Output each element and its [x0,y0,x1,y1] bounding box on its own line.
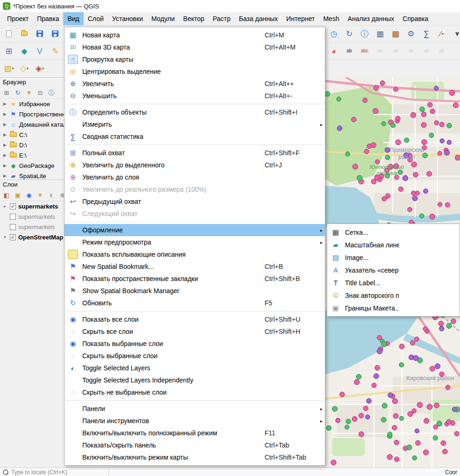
select-features-icon[interactable]: ▧▾ [2,61,16,75]
menu-item-toggle-fullscreen[interactable]: Включить/выключить полноэкранный режимF1… [65,427,325,439]
field-calculator-icon[interactable]: ▩ [388,27,402,41]
rotate-label-icon[interactable]: ab [419,44,433,58]
processing-toolbox-icon[interactable]: ⚙ [404,27,418,41]
layer-visibility-checkbox[interactable] [10,224,16,230]
menu-item-hide-all-layers[interactable]: ◌Скрыть все слоиCtrl+Shift+H [65,325,325,338]
menu-item-new-map[interactable]: ▦Новая картаCtrl+M [65,29,325,41]
expander-icon[interactable]: ▶ [2,132,7,137]
select-by-value-icon[interactable]: ◇▾ [17,61,31,75]
submenu-item-grid[interactable]: ▦Сетка... [327,226,460,238]
expander-icon[interactable]: ▶ [2,101,7,106]
menubar-item-processing[interactable]: Анализ данных [344,12,399,25]
layer-labeling-options-icon[interactable]: ◕ [327,44,341,58]
open-project-icon[interactable] [17,27,31,41]
open-layer-styling-icon[interactable]: ◧ [2,190,11,200]
menu-item-zoom-in[interactable]: ⊕УвеличитьCtrl+Alt++ [65,78,325,90]
menu-item-toggle-selected-layers[interactable]: ◐Toggle Selected Layers [65,362,325,374]
browser-collapse-icon[interactable]: ⊟ [36,88,45,97]
statistical-summary-icon[interactable]: ∑ [419,27,433,41]
expander-icon[interactable]: ▶ [2,122,7,127]
toolbar-overflow-icon[interactable]: ▾ [450,27,460,41]
menu-item-hide-selected-layers[interactable]: ◌Скрыть выбранные слои [65,350,325,362]
submenu-item-north-arrow[interactable]: AУказатель «север-юг»... [327,264,460,276]
menu-item-zoom-to-layer[interactable]: ⊕Увеличить до слоя [65,171,325,183]
expander-icon[interactable]: ▶ [2,112,7,116]
menu-item-zoom-full[interactable]: ⊞Полный охватCtrl+Shift+F [65,147,325,159]
expander-icon[interactable]: ▶ [2,173,7,178]
menu-item-show-selected-layers[interactable]: ◉Показать выбранные слои [65,338,325,350]
menu-item-panels[interactable]: Панели▸ [65,403,325,415]
menu-item-pan-map[interactable]: ☝Прокрутка карты [65,53,325,65]
temporal-controller-icon[interactable]: ◷ [327,27,341,41]
move-label-icon[interactable]: ab [404,44,418,58]
submenu-item-copyright[interactable]: ©Знак авторского права... [327,289,460,302]
browser-refresh-icon[interactable]: ↻ [13,88,22,97]
menu-item-decorations[interactable]: Оформление▸ [65,224,325,236]
submenu-item-layout-extents[interactable]: ▣Границы Макета... [327,302,460,314]
menu-item-new-3d-map[interactable]: 3DНовая 3D картаCtrl+Alt+M [65,41,325,53]
menubar-item-view[interactable]: Вид [63,12,83,25]
filter-expression-icon[interactable]: ε [47,190,56,200]
new-virtual-layer-icon[interactable]: ✎ [48,44,62,58]
submenu-item-image[interactable]: ▨Image... [327,251,460,264]
measure-icon[interactable]: ∕▾ [435,27,449,41]
menu-item-zoom-to-selection[interactable]: ⊕Увеличить до выделенногоCtrl+J [65,159,325,171]
refresh-map-icon[interactable]: ↻ [342,27,356,41]
expander-icon[interactable]: ▶ [2,163,7,168]
browser-properties-icon[interactable]: ⓘ [47,88,56,97]
menubar-item-raster[interactable]: Растр [208,12,235,25]
identify-features-icon[interactable]: ⓘ [358,27,372,41]
menu-item-bookmark-manager[interactable]: ⚑Show Spatial Bookmark Manager [65,285,325,297]
menu-item-toolbars[interactable]: Панели инструментов▸ [65,415,325,427]
menu-item-show-all-layers[interactable]: ◉Показать все слоиCtrl+Shift+U [65,313,325,325]
new-geopackage-layer-icon[interactable]: ◆ [17,44,31,58]
menu-item-toggle-selected-layers-independently[interactable]: Toggle Selected Layers Independently [65,374,325,386]
label-abc-red-icon[interactable]: abc [358,44,372,58]
save-project-icon[interactable] [33,27,47,41]
pin-labels-icon[interactable]: ab [373,44,387,58]
menubar-item-database[interactable]: База данных [235,12,282,25]
menu-item-zoom-native[interactable]: ⊙Увеличить до реального размера (100%) [65,183,325,195]
expander-icon[interactable]: ▶ [2,143,7,147]
menubar-item-edit[interactable]: Правка [33,12,63,25]
menubar-item-layer[interactable]: Слой [84,12,108,25]
menubar-item-project[interactable]: Проект [3,12,33,25]
menu-item-measure[interactable]: Измерить▸ [65,118,325,130]
save-project-as-icon[interactable] [48,27,62,41]
layer-visibility-checkbox[interactable]: ✓ [10,234,16,240]
manage-map-themes-icon[interactable]: ◉ [24,190,34,200]
menu-item-toggle-panel-visibility[interactable]: Показать/скрыть панельCtrl+Tab [65,439,325,451]
browser-filter-icon[interactable]: ▼ [24,88,34,97]
menu-item-preview-mode[interactable]: Режим предпросмотра▸ [65,236,325,248]
menubar-item-vector[interactable]: Вектор [179,12,208,25]
highlight-labels-icon[interactable]: ab [388,44,402,58]
menu-item-statistical-summary[interactable]: ∑Сводная статистика [65,130,325,143]
label-ab-yellow-icon[interactable]: ab [342,44,356,58]
expander-icon[interactable]: ▸ [2,204,7,209]
menu-item-refresh[interactable]: ↻ОбновитьF5 [65,297,325,309]
menu-item-hide-deselected-layers[interactable]: ◌Скрыть не выбранные слои [65,386,325,398]
menu-item-zoom-out[interactable]: ⊖УменьшитьCtrl+Alt+- [65,90,325,102]
change-label-icon[interactable]: ab [435,44,449,58]
layer-visibility-checkbox[interactable] [10,214,16,220]
menu-item-zoom-last[interactable]: ↩Предыдущий охват [65,195,325,208]
menubar-item-mesh[interactable]: Mesh [319,12,343,25]
menubar-item-help[interactable]: Справка [398,12,432,25]
layer-visibility-checkbox[interactable]: ✓ [10,203,16,209]
deselect-features-icon[interactable]: ◈▾ [33,61,47,75]
add-group-icon[interactable]: ▣ [13,190,22,200]
menu-item-zoom-next[interactable]: ↪Следующий охват [65,208,325,220]
menubar-item-settings[interactable]: Установки [108,12,147,25]
browser-add-layer-icon[interactable]: ⊞ [2,88,11,97]
data-source-manager-icon[interactable]: ⊞ [2,44,16,58]
new-project-icon[interactable] [2,27,16,41]
menu-item-new-spatial-bookmark[interactable]: ⚑New Spatial Bookmark...Ctrl+B [65,260,325,273]
open-attribute-table-icon[interactable]: ▦ [373,27,387,41]
menu-item-map-tips[interactable]: Показать всплывающие описания [65,248,325,260]
menubar-item-plugins[interactable]: Модули [147,12,179,25]
menu-item-identify-features[interactable]: ⓘОпределить объектыCtrl+Shift+I [65,106,325,118]
menu-item-toggle-map-only[interactable]: Включить/выключить режим картыCtrl+Shift… [65,451,325,463]
locate-search-input[interactable]: Type to locate (Ctrl+K) [0,469,108,476]
new-shapefile-layer-icon[interactable]: V [33,44,47,58]
expander-icon[interactable]: ▶ [2,153,7,158]
